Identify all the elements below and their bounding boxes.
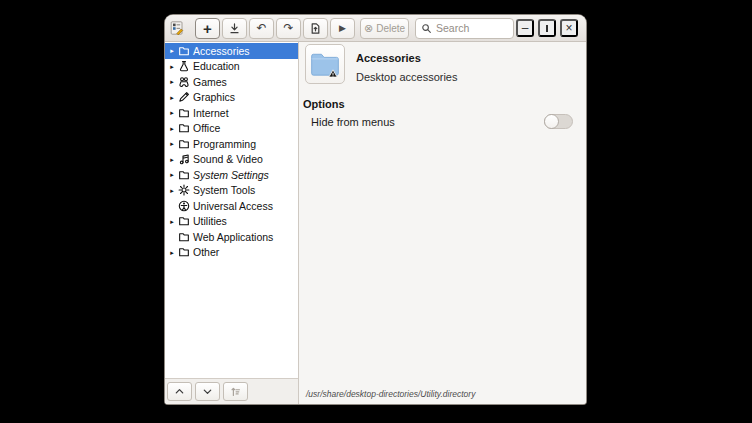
app-icon (170, 21, 184, 35)
sidebar-item-label: Programming (193, 138, 256, 150)
graphics-icon (177, 91, 191, 104)
access-icon (177, 199, 191, 212)
sidebar-item-web-applications[interactable]: Web Applications (165, 229, 298, 245)
sidebar-item-label: System Settings (193, 169, 269, 181)
sidebar-item-internet[interactable]: ▸Internet (165, 105, 298, 121)
sidebar-item-label: Office (193, 122, 220, 134)
expander-icon[interactable]: ▸ (165, 140, 177, 147)
gamepad-icon (177, 75, 191, 88)
sidebar-item-office[interactable]: ▸Office (165, 121, 298, 137)
sidebar-item-label: Internet (193, 107, 229, 119)
save-launcher-button[interactable] (222, 18, 247, 39)
folder-icon (177, 215, 191, 228)
chevron-up-icon (174, 386, 185, 397)
sort-alphabetically-button[interactable] (223, 382, 248, 401)
sidebar-item-label: Sound & Video (193, 153, 263, 165)
sidebar-item-label: Universal Access (193, 200, 273, 212)
expander-icon[interactable]: ▸ (165, 109, 177, 116)
sidebar-toolbar (165, 378, 298, 404)
screen-background: { "colors": { "selection_blue": "#3b7cd8… (0, 0, 752, 423)
folder-icon (177, 44, 191, 57)
redo-icon: ↷ (283, 21, 293, 35)
folder-icon (177, 168, 191, 181)
folder-icon (177, 137, 191, 150)
undo-icon: ↶ (256, 21, 266, 35)
sidebar-tree: ▸Accessories▸Education▸Games▸Graphics▸In… (165, 42, 298, 378)
launcher-meta: Accessories Desktop accessories (356, 44, 458, 83)
add-launcher-button[interactable]: + (195, 18, 220, 39)
window-controls: – × (516, 19, 578, 37)
category-sidebar: ▸Accessories▸Education▸Games▸Graphics▸In… (165, 42, 299, 404)
close-button[interactable]: × (560, 19, 578, 37)
launcher-icon-button[interactable] (305, 44, 345, 84)
play-icon: ▶ (339, 23, 346, 33)
expander-icon[interactable]: ▸ (165, 187, 177, 194)
sidebar-item-other[interactable]: ▸Other (165, 245, 298, 261)
delete-icon: ⊗ (364, 23, 373, 34)
sidebar-item-accessories[interactable]: ▸Accessories (165, 43, 298, 59)
launcher-subtitle: Desktop accessories (356, 71, 458, 83)
hide-from-menus-toggle[interactable] (544, 114, 573, 129)
sidebar-item-label: Accessories (193, 45, 250, 57)
redo-button[interactable]: ↷ (276, 18, 301, 39)
sidebar-item-label: Utilities (193, 215, 227, 227)
hide-from-menus-label: Hide from menus (311, 116, 395, 128)
sidebar-item-label: Graphics (193, 91, 235, 103)
sort-icon (230, 386, 241, 397)
directory-file-path: /usr/share/desktop-directories/Utility.d… (306, 389, 475, 399)
chevron-down-icon (202, 386, 213, 397)
headerbar: + ↶ ↷ ▶ ⊗ Delete (165, 15, 586, 42)
move-up-button[interactable] (167, 382, 192, 401)
sidebar-item-universal-access[interactable]: Universal Access (165, 198, 298, 214)
delete-button[interactable]: ⊗ Delete (360, 18, 409, 39)
revert-button[interactable] (303, 18, 328, 39)
minimize-button[interactable]: – (516, 19, 534, 37)
expander-icon[interactable]: ▸ (165, 171, 177, 178)
folder-icon (309, 50, 341, 79)
sidebar-item-label: Games (193, 76, 227, 88)
undo-button[interactable]: ↶ (249, 18, 274, 39)
sidebar-item-label: Education (193, 60, 240, 72)
launcher-header: Accessories Desktop accessories (299, 42, 586, 84)
window-content: ▸Accessories▸Education▸Games▸Graphics▸In… (165, 42, 586, 404)
sidebar-item-system-tools[interactable]: ▸System Tools (165, 183, 298, 199)
sidebar-item-utilities[interactable]: ▸Utilities (165, 214, 298, 230)
expander-icon[interactable]: ▸ (165, 47, 177, 54)
expander-icon[interactable]: ▸ (165, 249, 177, 256)
expander-icon[interactable]: ▸ (165, 125, 177, 132)
launcher-title: Accessories (356, 52, 458, 64)
sidebar-item-graphics[interactable]: ▸Graphics (165, 90, 298, 106)
sidebar-item-education[interactable]: ▸Education (165, 59, 298, 75)
search-box[interactable] (415, 18, 514, 39)
execute-launcher-button[interactable]: ▶ (330, 18, 355, 39)
sidebar-item-label: Web Applications (193, 231, 273, 243)
folder-icon (177, 246, 191, 259)
search-icon (421, 23, 432, 34)
sidebar-item-label: Other (193, 246, 219, 258)
music-icon (177, 153, 191, 166)
expander-icon[interactable]: ▸ (165, 63, 177, 70)
search-input[interactable] (436, 22, 508, 34)
sidebar-item-system-settings[interactable]: ▸System Settings (165, 167, 298, 183)
expander-icon[interactable]: ▸ (165, 156, 177, 163)
options-heading: Options (303, 98, 586, 110)
sidebar-item-programming[interactable]: ▸Programming (165, 136, 298, 152)
expander-icon[interactable]: ▸ (165, 218, 177, 225)
hide-from-menus-row: Hide from menus (311, 114, 573, 129)
maximize-button[interactable] (538, 19, 556, 37)
revert-icon (309, 22, 322, 35)
expander-icon[interactable]: ▸ (165, 94, 177, 101)
delete-button-label: Delete (376, 23, 405, 34)
sidebar-item-sound-video[interactable]: ▸Sound & Video (165, 152, 298, 168)
sidebar-item-games[interactable]: ▸Games (165, 74, 298, 90)
gear-icon (177, 184, 191, 197)
menu-editor-window: + ↶ ↷ ▶ ⊗ Delete (165, 15, 586, 404)
expander-icon[interactable]: ▸ (165, 78, 177, 85)
toggle-knob (544, 114, 559, 129)
folder-icon (177, 122, 191, 135)
details-panel: Accessories Desktop accessories Options … (299, 42, 586, 404)
move-down-button[interactable] (195, 382, 220, 401)
statusbar: /usr/share/desktop-directories/Utility.d… (306, 389, 475, 399)
folder-icon (177, 106, 191, 119)
flask-icon (177, 60, 191, 73)
